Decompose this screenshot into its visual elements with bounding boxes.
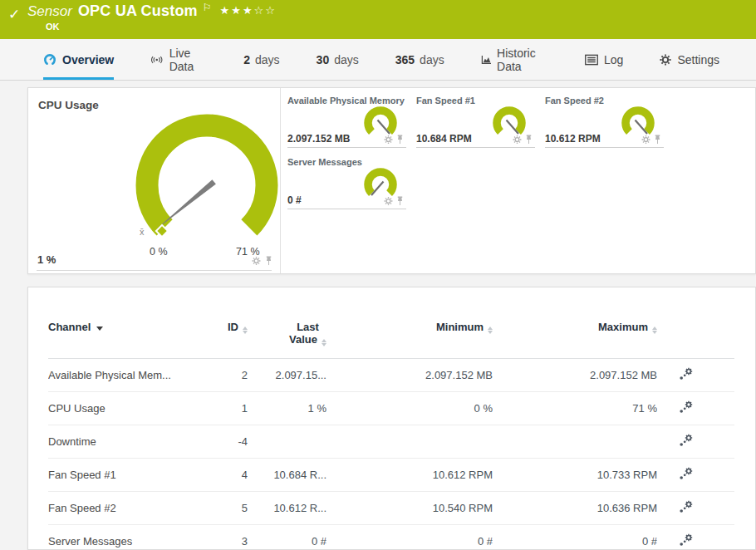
tab-log[interactable]: Log <box>585 39 623 80</box>
tab-unit: days <box>334 53 359 66</box>
gauge-pin-icon[interactable] <box>395 135 405 145</box>
tab-unit: days <box>255 53 280 66</box>
mini-gauge-fan-speed-2: Fan Speed #2 10.612 RPM <box>545 96 664 148</box>
channel-name[interactable]: Server Messages <box>48 525 210 550</box>
tab-2-days[interactable]: 2 days <box>243 39 279 80</box>
column-label: Maximum <box>598 321 648 333</box>
gauge-icon <box>43 54 56 66</box>
gauges-panel: CPU Usage x̄ 0 % 71 % 1 % Available Phys… <box>27 87 756 274</box>
channel-id: 3 <box>210 525 248 550</box>
gauge-pin-icon[interactable] <box>395 196 405 206</box>
channel-minimum <box>326 425 493 459</box>
tab-number: 30 <box>317 53 330 66</box>
tab-label: Historic Data <box>497 47 548 73</box>
column-header-channel[interactable]: Channel <box>48 309 210 359</box>
tab-historic-data[interactable]: Historic Data <box>481 39 548 80</box>
status-ok-check-icon: ✓ <box>8 6 20 23</box>
channel-settings-icon[interactable] <box>679 367 694 381</box>
channels-table: Channel ID Last Value Minimum <box>48 309 734 550</box>
mini-gauge-value: 0 # <box>287 194 302 206</box>
tab-settings[interactable]: Settings <box>660 39 719 80</box>
channel-last-value: 10.684 R... <box>248 459 326 492</box>
log-list-icon <box>585 54 598 66</box>
mini-gauge-fan-speed-1: Fan Speed #1 10.684 RPM <box>416 96 535 148</box>
prtg-sensor-page: ✓ Sensor OPC UA Custom ⚐ ★★★☆☆ OK Overvi… <box>0 0 756 550</box>
mini-gauge-value: 2.097.152 MB <box>287 133 350 145</box>
channel-settings-icon[interactable] <box>679 500 694 513</box>
channel-minimum: 10.612 RPM <box>326 459 493 492</box>
sort-desc-caret-icon <box>96 327 103 331</box>
sort-arrows-icon <box>243 327 248 334</box>
table-header-row: Channel ID Last Value Minimum <box>48 309 734 359</box>
mean-marker: x̄ <box>140 227 145 237</box>
tab-unit: days <box>420 53 444 66</box>
gauge-settings-gear-icon[interactable] <box>384 135 393 145</box>
gauge-pin-icon[interactable] <box>653 135 662 145</box>
tab-overview[interactable]: Overview <box>43 39 114 80</box>
tab-number: 365 <box>395 53 415 66</box>
channel-id: 2 <box>210 359 248 392</box>
mini-gauge-server-messages: Server Messages 0 # <box>287 157 406 209</box>
channel-maximum: 10.733 RPM <box>493 459 657 492</box>
tab-30-days[interactable]: 30 days <box>317 39 359 80</box>
channel-last-value: 0 # <box>248 525 326 550</box>
channel-name[interactable]: Available Physical Mem... <box>48 359 210 392</box>
divider <box>37 270 272 271</box>
gauge-scale-min: 0 % <box>150 246 168 258</box>
gear-icon <box>660 54 671 66</box>
table-row: Fan Speed #1 4 10.684 R... 10.612 RPM 10… <box>48 459 734 492</box>
gauge-settings-gear-icon[interactable] <box>384 196 393 206</box>
channel-last-value <box>248 425 326 459</box>
gauge-settings-gear-icon[interactable] <box>252 256 261 266</box>
table-row: Server Messages 3 0 # 0 # 0 # <box>48 525 734 550</box>
tab-number: 2 <box>243 53 250 66</box>
channel-maximum: 10.636 RPM <box>493 492 657 525</box>
tab-label: Settings <box>677 53 719 66</box>
channel-maximum: 71 % <box>493 392 657 425</box>
channel-last-value: 2.097.15... <box>248 359 326 392</box>
mini-gauge-title: Fan Speed #2 <box>545 96 604 106</box>
gauge-pin-icon[interactable] <box>524 135 533 145</box>
cpu-gauge-chart: x̄ <box>76 110 280 247</box>
tab-label: Live Data <box>169 47 208 73</box>
channel-settings-icon[interactable] <box>679 533 694 547</box>
priority-stars[interactable]: ★★★☆☆ <box>220 4 277 17</box>
sort-arrows-icon <box>652 327 657 334</box>
sensor-titles: Sensor OPC UA Custom ⚐ ★★★☆☆ OK <box>27 2 277 32</box>
channel-id: 1 <box>210 392 248 425</box>
channel-maximum: 0 # <box>493 525 657 550</box>
channel-settings-icon[interactable] <box>679 434 694 447</box>
channel-name[interactable]: Fan Speed #1 <box>48 459 210 492</box>
cpu-current-value: 1 % <box>37 253 56 266</box>
gauge-settings-gear-icon[interactable] <box>641 135 650 145</box>
channel-name[interactable]: Downtime <box>48 425 210 459</box>
mini-gauge-title: Fan Speed #1 <box>416 96 475 106</box>
mini-gauge-value: 10.612 RPM <box>545 133 601 145</box>
tab-365-days[interactable]: 365 days <box>395 39 444 80</box>
column-header-id[interactable]: ID <box>210 309 248 359</box>
sensor-name: OPC UA Custom <box>78 2 198 20</box>
tab-live-data[interactable]: Live Data <box>150 39 207 80</box>
column-header-maximum[interactable]: Maximum <box>493 309 657 359</box>
column-label: Minimum <box>436 321 484 333</box>
table-row: Available Physical Mem... 2 2.097.15... … <box>48 359 734 392</box>
sensor-header: ✓ Sensor OPC UA Custom ⚐ ★★★☆☆ OK <box>0 0 756 39</box>
gauge-pin-icon[interactable] <box>264 256 273 266</box>
column-label: Channel <box>48 321 91 333</box>
gauge-settings-gear-icon[interactable] <box>513 135 522 145</box>
column-header-last-value[interactable]: Last Value <box>248 309 326 359</box>
channel-minimum: 10.540 RPM <box>326 492 493 525</box>
column-header-minimum[interactable]: Minimum <box>326 309 493 359</box>
channel-settings-icon[interactable] <box>679 400 694 414</box>
channel-name[interactable]: Fan Speed #2 <box>48 492 210 525</box>
channel-id: -4 <box>210 425 248 459</box>
tab-label: Log <box>604 53 623 66</box>
channel-maximum <box>493 425 657 459</box>
flag-icon[interactable]: ⚐ <box>203 2 212 13</box>
channel-name[interactable]: CPU Usage <box>48 392 210 425</box>
channel-settings-icon[interactable] <box>679 467 694 480</box>
channel-minimum: 2.097.152 MB <box>326 359 493 392</box>
mini-gauge-title: Server Messages <box>287 157 362 167</box>
cpu-gauge-card: CPU Usage x̄ 0 % 71 % 1 % <box>28 88 281 273</box>
column-header-actions <box>657 309 734 359</box>
